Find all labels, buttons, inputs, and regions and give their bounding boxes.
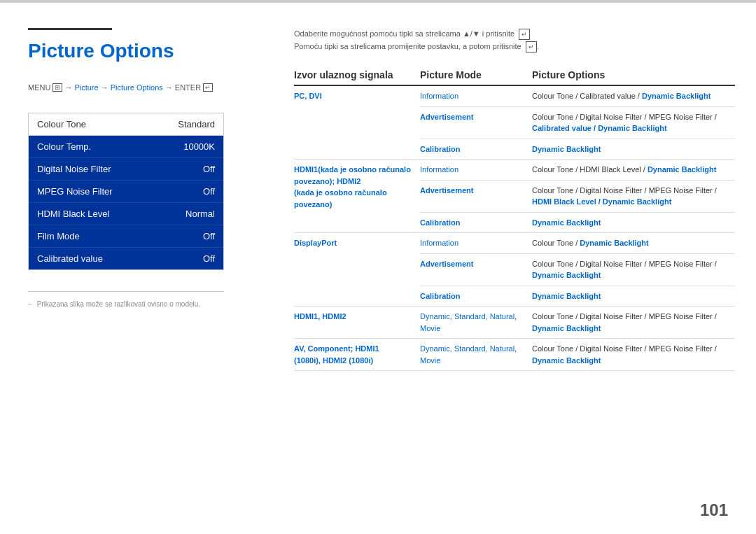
table-row: AV, Component; HDMI1 (1080i), HDMI2 (108… xyxy=(294,339,735,371)
picture-mode-cell: Advertisement xyxy=(420,253,532,286)
source-name: HDMI1 xyxy=(294,165,318,174)
picture-link: Picture xyxy=(74,83,98,92)
page-container: Picture Options MENU ⊞ → Picture → Pictu… xyxy=(0,0,756,534)
page-title: Picture Options xyxy=(28,40,266,62)
setting-colour-tone[interactable]: Colour Tone Standard xyxy=(29,113,223,136)
setting-label: HDMI Black Level xyxy=(37,209,109,219)
menu-arrow3: → xyxy=(165,83,173,92)
picture-mode-cell: Information xyxy=(420,160,532,181)
setting-value: Off xyxy=(203,186,215,197)
picture-mode-cell: Advertisement xyxy=(420,180,532,212)
source-cell: AV, Component; HDMI1 (1080i), HDMI2 (108… xyxy=(294,339,420,371)
enter-label: ENTER xyxy=(175,83,201,92)
enter-icon1: ↵ xyxy=(519,29,530,40)
picture-options-cell: Colour Tone / Calibrated value / Dynamic… xyxy=(532,85,735,106)
instruction-line2: Pomoću tipki sa strelicama promijenite p… xyxy=(294,41,735,53)
picture-options-cell: Colour Tone / Digital Noise Filter / MPE… xyxy=(532,180,735,212)
left-panel: Picture Options MENU ⊞ → Picture → Pictu… xyxy=(28,28,266,308)
setting-hdmi-black[interactable]: HDMI Black Level Normal xyxy=(29,203,223,225)
source-cell: HDMI1(kada je osobno računalo povezano);… xyxy=(294,160,420,233)
setting-label: Digital Noise Filter xyxy=(37,164,111,174)
col-header-options: Picture Options xyxy=(532,65,735,85)
table-row: PC, DVI Information Colour Tone / Calibr… xyxy=(294,85,735,106)
menu-icon: ⊞ xyxy=(52,83,62,92)
picture-options-cell: Colour Tone / Digital Noise Filter / MPE… xyxy=(532,307,735,339)
source-cell: HDMI1, HDMI2 xyxy=(294,307,420,339)
picture-options-cell: Dynamic Backlight xyxy=(532,212,735,233)
menu-arrow2: → xyxy=(101,83,108,92)
setting-value: Standard xyxy=(178,119,215,129)
picture-options-cell: Colour Tone / Digital Noise Filter / MPE… xyxy=(532,106,735,139)
picture-options-cell: Colour Tone / HDMI Black Level / Dynamic… xyxy=(532,160,735,181)
picture-mode-cell: Information xyxy=(420,85,532,106)
source-name: PC, DVI xyxy=(294,92,322,100)
source-name: HDMI1, HDMI2 xyxy=(294,312,346,321)
picture-mode-cell: Advertisement xyxy=(420,106,532,139)
table-row: DisplayPort Information Colour Tone / Dy… xyxy=(294,233,735,254)
setting-label: Colour Temp. xyxy=(37,141,91,152)
picture-mode-cell: Calibration xyxy=(420,286,532,307)
footnote: − Prikazana slika može se razlikovati ov… xyxy=(28,291,224,308)
source-cell: DisplayPort xyxy=(294,233,420,307)
setting-film-mode[interactable]: Film Mode Off xyxy=(29,225,223,248)
picture-mode-cell: Dynamic, Standard, Natural,Movie xyxy=(420,307,532,339)
picture-mode-cell: Calibration xyxy=(420,139,532,160)
picture-options-cell: Colour Tone / Digital Noise Filter / MPE… xyxy=(532,339,735,371)
footnote-dash: − xyxy=(28,300,32,308)
main-table: Izvor ulaznog signala Picture Mode Pictu… xyxy=(294,65,735,371)
picture-mode-cell: Calibration xyxy=(420,212,532,233)
setting-value: 10000K xyxy=(183,141,215,152)
setting-mpeg-noise[interactable]: MPEG Noise Filter Off xyxy=(29,181,223,203)
col-header-mode: Picture Mode xyxy=(420,65,532,85)
picture-options-cell: Dynamic Backlight xyxy=(532,286,735,307)
table-header-row: Izvor ulaznog signala Picture Mode Pictu… xyxy=(294,65,735,85)
right-panel: Odaberite mogućnost pomoću tipki sa stre… xyxy=(294,28,735,371)
source-cell: PC, DVI xyxy=(294,85,420,160)
menu-arrow1: → xyxy=(64,83,72,92)
setting-value: Off xyxy=(203,231,215,241)
settings-list: Colour Tone Standard Colour Temp. 10000K… xyxy=(28,113,224,270)
menu-label: MENU xyxy=(28,83,50,92)
setting-label: Calibrated value xyxy=(37,253,103,264)
setting-colour-temp[interactable]: Colour Temp. 10000K xyxy=(29,136,223,158)
picture-options-cell: Colour Tone / Digital Noise Filter / MPE… xyxy=(532,253,735,286)
source-name: DisplayPort xyxy=(294,239,337,247)
menu-path: MENU ⊞ → Picture → Picture Options → ENT… xyxy=(28,83,266,92)
source-name: AV, Component; HDMI1 xyxy=(294,344,379,353)
setting-calibrated-value[interactable]: Calibrated value Off xyxy=(29,248,223,269)
table-row: HDMI1(kada je osobno računalo povezano);… xyxy=(294,160,735,181)
picture-mode-cell: Dynamic, Standard, Natural,Movie xyxy=(420,339,532,371)
setting-value: Off xyxy=(203,253,215,264)
table-row: HDMI1, HDMI2 Dynamic, Standard, Natural,… xyxy=(294,307,735,339)
picture-mode-cell: Information xyxy=(420,233,532,254)
picture-options-link: Picture Options xyxy=(111,83,163,92)
top-border xyxy=(0,0,756,3)
enter-icon2: ↵ xyxy=(526,41,537,52)
instructions: Odaberite mogućnost pomoću tipki sa stre… xyxy=(294,28,735,52)
page-number: 101 xyxy=(700,500,728,520)
setting-label: MPEG Noise Filter xyxy=(37,186,113,197)
setting-value: Off xyxy=(203,164,215,174)
picture-options-cell: Dynamic Backlight xyxy=(532,139,735,160)
enter-icon: ↵ xyxy=(203,83,213,92)
setting-label: Film Mode xyxy=(37,231,80,241)
setting-value: Normal xyxy=(186,209,215,219)
footnote-text: Prikazana slika može se razlikovati ovis… xyxy=(37,300,200,308)
instruction-line1: Odaberite mogućnost pomoću tipki sa stre… xyxy=(294,28,735,41)
setting-digital-noise[interactable]: Digital Noise Filter Off xyxy=(29,158,223,181)
setting-label: Colour Tone xyxy=(37,119,86,129)
col-header-source: Izvor ulaznog signala xyxy=(294,65,420,85)
title-bar xyxy=(28,28,112,30)
picture-options-cell: Colour Tone / Dynamic Backlight xyxy=(532,233,735,254)
